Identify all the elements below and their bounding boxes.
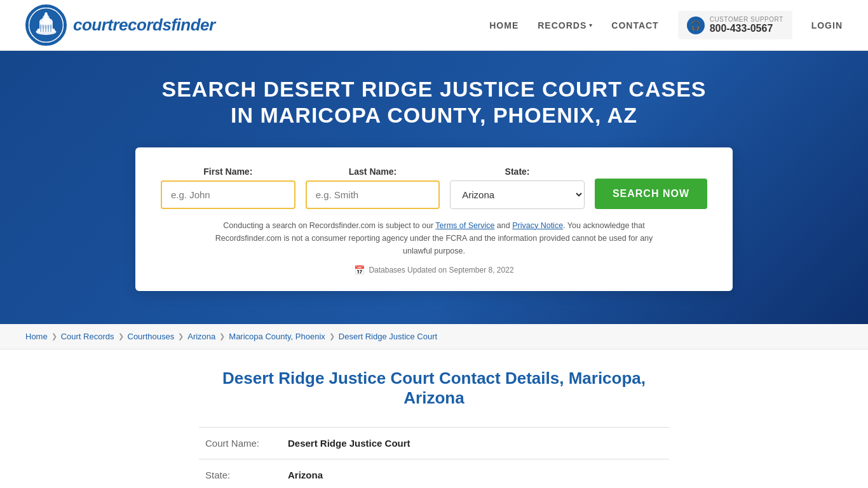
breadcrumb-sep-4: ❯ bbox=[219, 332, 225, 341]
breadcrumb-sep-3: ❯ bbox=[178, 332, 184, 341]
main-content: Desert Ridge Justice Court Contact Detai… bbox=[186, 349, 682, 488]
court-name-value: Desert Ridge Justice Court bbox=[281, 428, 669, 459]
hero-title: SEARCH DESERT RIDGE JUSTICE COURT CASES … bbox=[148, 76, 720, 128]
last-name-group: Last Name: bbox=[306, 166, 440, 209]
nav-login[interactable]: LOGIN bbox=[811, 20, 843, 30]
breadcrumb-current: Desert Ridge Justice Court bbox=[339, 332, 437, 341]
svg-rect-12 bbox=[50, 25, 51, 32]
search-card: First Name: Last Name: State: Arizona Al… bbox=[135, 147, 733, 291]
calendar-icon: 📅 bbox=[354, 265, 365, 275]
breadcrumb-bar: Home ❯ Court Records ❯ Courthouses ❯ Ari… bbox=[0, 324, 868, 349]
svg-rect-8 bbox=[40, 25, 41, 32]
nav-contact[interactable]: CONTACT bbox=[611, 20, 658, 30]
support-block: 🎧 CUSTOMER SUPPORT 800-433-0567 bbox=[678, 11, 792, 39]
nav-records-link[interactable]: RECORDS bbox=[538, 20, 587, 30]
disclaimer-text: Conducting a search on Recordsfinder.com… bbox=[205, 219, 663, 257]
details-table: Court Name: Desert Ridge Justice Court S… bbox=[199, 427, 669, 488]
breadcrumb-sep-2: ❯ bbox=[118, 332, 124, 341]
breadcrumb-maricopa[interactable]: Maricopa County, Phoenix bbox=[229, 332, 325, 341]
chevron-down-icon: ▾ bbox=[589, 22, 592, 29]
court-name-label: Court Name: bbox=[199, 428, 281, 459]
breadcrumb-sep-1: ❯ bbox=[51, 332, 57, 341]
db-update: 📅 Databases Updated on September 8, 2022 bbox=[161, 265, 707, 275]
db-update-text: Databases Updated on September 8, 2022 bbox=[369, 266, 513, 274]
nav-home[interactable]: HOME bbox=[489, 20, 519, 30]
breadcrumb-court-records[interactable]: Court Records bbox=[61, 332, 114, 341]
breadcrumb-sep-5: ❯ bbox=[329, 332, 335, 341]
table-row: State: Arizona bbox=[199, 459, 669, 489]
support-text: CUSTOMER SUPPORT 800-433-0567 bbox=[710, 16, 783, 34]
svg-rect-10 bbox=[45, 25, 46, 32]
main-nav: HOME RECORDS ▾ CONTACT 🎧 CUSTOMER SUPPOR… bbox=[489, 11, 843, 39]
table-row: Court Name: Desert Ridge Justice Court bbox=[199, 428, 669, 459]
breadcrumb-arizona[interactable]: Arizona bbox=[187, 332, 215, 341]
search-fields: First Name: Last Name: State: Arizona Al… bbox=[161, 166, 707, 209]
headphone-icon: 🎧 bbox=[687, 17, 705, 34]
last-name-input[interactable] bbox=[306, 180, 440, 209]
terms-link[interactable]: Terms of Service bbox=[435, 221, 494, 230]
privacy-link[interactable]: Privacy Notice bbox=[512, 221, 563, 230]
breadcrumb-courthouses[interactable]: Courthouses bbox=[128, 332, 175, 341]
state-value-cell: Arizona bbox=[281, 459, 669, 489]
svg-rect-7 bbox=[46, 13, 47, 16]
logo-text: courtrecordsfinder bbox=[73, 15, 215, 35]
last-name-label: Last Name: bbox=[306, 166, 440, 177]
breadcrumb-home[interactable]: Home bbox=[25, 332, 48, 341]
first-name-input[interactable] bbox=[161, 180, 295, 209]
page-title: Desert Ridge Justice Court Contact Detai… bbox=[199, 369, 669, 408]
svg-rect-9 bbox=[43, 25, 44, 32]
state-label: State: bbox=[450, 166, 585, 177]
support-label: CUSTOMER SUPPORT bbox=[710, 16, 783, 23]
logo-area[interactable]: courtrecordsfinder bbox=[25, 4, 215, 46]
svg-rect-11 bbox=[48, 25, 49, 32]
state-label-cell: State: bbox=[199, 459, 281, 489]
state-group: State: Arizona Alabama Alaska California… bbox=[450, 166, 585, 209]
breadcrumb: Home ❯ Court Records ❯ Courthouses ❯ Ari… bbox=[25, 332, 843, 341]
state-select[interactable]: Arizona Alabama Alaska California Colora… bbox=[450, 180, 585, 209]
logo-icon bbox=[25, 4, 67, 46]
first-name-group: First Name: bbox=[161, 166, 295, 209]
first-name-label: First Name: bbox=[161, 166, 295, 177]
nav-records[interactable]: RECORDS ▾ bbox=[538, 20, 592, 30]
site-header: courtrecordsfinder HOME RECORDS ▾ CONTAC… bbox=[0, 0, 868, 51]
support-phone: 800-433-0567 bbox=[710, 23, 783, 34]
search-button[interactable]: SEARCH NOW bbox=[595, 179, 707, 209]
hero-section: SEARCH DESERT RIDGE JUSTICE COURT CASES … bbox=[0, 51, 868, 324]
